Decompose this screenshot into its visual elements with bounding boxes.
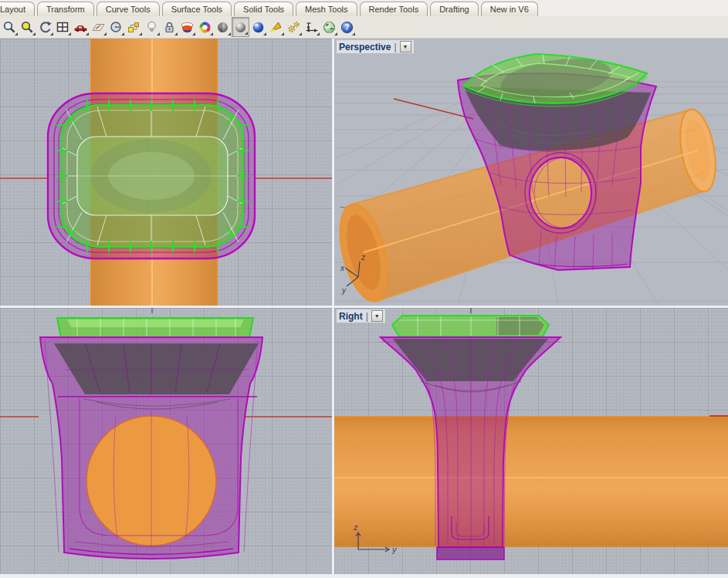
menu-tab-bar: Layout Transform Curve Tools Surface Too… [0,0,728,16]
undo-view-icon[interactable] [36,17,54,37]
dimension-icon[interactable] [303,17,320,37]
gem-right [392,316,549,336]
bezel-interior [54,343,259,394]
tab-drafting[interactable]: Drafting [430,2,479,16]
svg-text:y: y [341,286,347,295]
named-view-icon[interactable] [72,17,90,37]
viewport-area: Perspective | ▼ [0,39,728,578]
viewport-front[interactable] [0,308,332,574]
display-mode-icon[interactable] [178,17,196,37]
tab-render-tools[interactable]: Render Tools [360,2,428,16]
tab-transform[interactable]: Transform [37,2,94,16]
right-view-canvas: z y [334,308,728,574]
svg-text:x: x [340,264,345,272]
tab-layout[interactable]: Layout [0,2,35,16]
environment-globe-icon[interactable] [320,17,338,37]
zoom-extents-icon[interactable] [1,17,19,37]
lights-icon[interactable] [143,17,161,37]
shaded-sphere-icon[interactable] [232,17,249,37]
label-separator: | [366,311,368,322]
cplane-icon[interactable] [107,17,125,37]
ring-front-view[interactable] [40,318,262,559]
lock-icon[interactable] [161,17,178,37]
gem-front [57,318,253,337]
ring-foot [437,547,504,559]
tab-solid-tools[interactable]: Solid Tools [234,2,293,16]
viewport-perspective[interactable]: Perspective | ▼ [334,39,728,306]
rendered-sphere-icon[interactable] [249,17,267,37]
viewport-menu-dropdown[interactable]: ▼ [400,41,411,52]
viewport-title-right[interactable]: Right | ▼ [337,309,385,323]
zoom-selected-icon[interactable] [19,17,36,37]
ghosted-sphere-icon[interactable] [214,17,232,37]
viewport-title-text: Right [339,311,363,322]
viewport-right[interactable]: Right | ▼ [334,308,728,574]
help-icon[interactable]: ? [338,17,356,37]
label-separator: | [394,42,396,52]
rhino-app-window: Layout Transform Curve Tools Surface Too… [0,0,728,578]
front-view-canvas [0,308,332,574]
svg-text:?: ? [344,22,349,32]
svg-text:z: z [353,522,358,532]
viewport-top[interactable] [0,39,332,306]
object-selection-icon[interactable] [125,17,143,37]
ring-top-view[interactable] [48,93,255,259]
tab-mesh-tools[interactable]: Mesh Tools [296,2,357,16]
spotlight-icon[interactable] [267,17,285,37]
tab-surface-tools[interactable]: Surface Tools [162,2,232,16]
finger-cylinder-right [334,416,728,547]
tab-curve-tools[interactable]: Curve Tools [97,2,160,16]
color-wheel-icon[interactable] [196,17,214,37]
viewport-title-text: Perspective [339,42,391,52]
viewport-title-perspective[interactable]: Perspective | ▼ [337,40,414,53]
drafting-plane-icon[interactable] [90,17,107,37]
viewport-menu-dropdown[interactable]: ▼ [371,310,383,322]
top-view-canvas [0,39,332,306]
tab-new-in-v6[interactable]: New in V6 [481,2,538,16]
settings-gears-icon[interactable] [285,17,303,37]
perspective-canvas: x y z [334,39,728,306]
svg-text:z: z [361,253,365,262]
main-toolbar: ? [0,16,728,39]
viewport-layout-icon[interactable] [54,17,72,37]
